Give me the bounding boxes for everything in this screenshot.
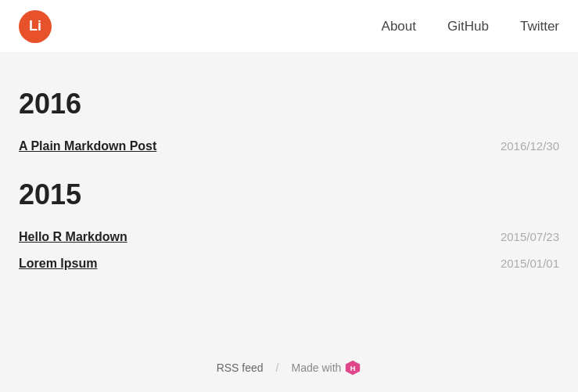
nav-github[interactable]: GitHub	[447, 19, 489, 34]
post-title-lorem[interactable]: Lorem Ipsum	[19, 257, 97, 271]
avatar[interactable]: Li	[19, 10, 52, 43]
made-with-container: Made with H	[292, 359, 362, 376]
main-content: 2016 A Plain Markdown Post 2016/12/30 20…	[0, 53, 578, 340]
table-row: A Plain Markdown Post 2016/12/30	[19, 133, 559, 160]
svg-text:H: H	[350, 365, 356, 372]
year-heading-2015: 2015	[19, 178, 559, 211]
nav-twitter[interactable]: Twitter	[520, 19, 559, 34]
footer-separator: /	[276, 361, 279, 374]
hugo-icon: H	[344, 359, 361, 376]
post-date-2015-01: 2015/01/01	[501, 257, 559, 270]
rss-feed-link[interactable]: RSS feed	[217, 361, 264, 374]
table-row: Lorem Ipsum 2015/01/01	[19, 250, 559, 277]
site-header: Li About GitHub Twitter	[0, 0, 578, 53]
made-with-label: Made with	[292, 361, 342, 374]
site-footer: RSS feed / Made with H	[0, 343, 578, 392]
nav-about[interactable]: About	[382, 19, 416, 34]
year-heading-2016: 2016	[19, 88, 559, 120]
year-section-2015: 2015 Hello R Markdown 2015/07/23 Lorem I…	[19, 178, 559, 277]
post-title-rmarkdown[interactable]: Hello R Markdown	[19, 230, 127, 244]
post-date-2016: 2016/12/30	[501, 139, 559, 153]
post-date-2015-07: 2015/07/23	[501, 230, 559, 243]
year-section-2016: 2016 A Plain Markdown Post 2016/12/30	[19, 88, 559, 160]
post-title-markdown[interactable]: A Plain Markdown Post	[19, 139, 156, 153]
main-nav: About GitHub Twitter	[382, 19, 559, 34]
table-row: Hello R Markdown 2015/07/23	[19, 224, 559, 250]
